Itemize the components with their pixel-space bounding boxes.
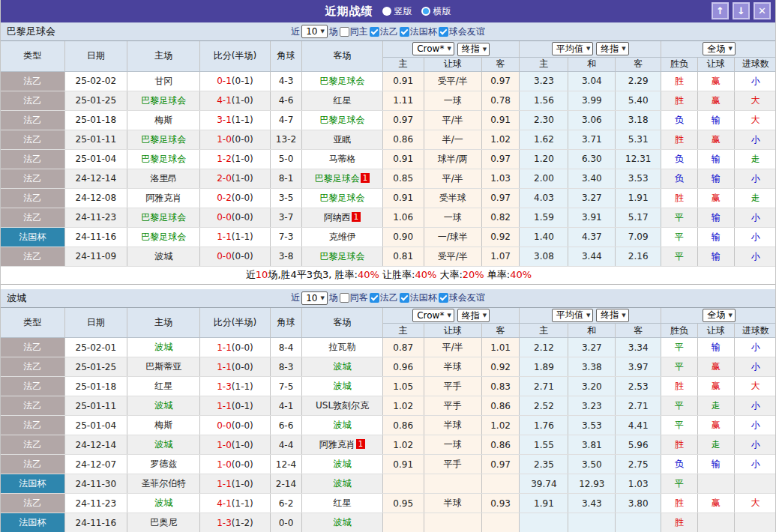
home-team-cell[interactable]: 巴黎足球会 — [127, 227, 199, 247]
away-team-cell[interactable]: 阿雅克肖1 — [302, 435, 383, 455]
close-button[interactable]: ✕ — [754, 2, 771, 19]
odds-stage-select-1[interactable]: 终指▼ — [457, 309, 490, 322]
home-team-cell[interactable]: 甘冈 — [127, 71, 199, 91]
team-link[interactable]: 巴奥尼 — [150, 517, 177, 528]
home-team-cell[interactable]: 波城 — [127, 435, 199, 455]
away-team-cell[interactable]: 红星 — [302, 91, 383, 110]
team-link[interactable]: 巴黎足球会 — [141, 95, 186, 106]
away-team-cell[interactable]: 波城 — [302, 377, 383, 396]
layout-radio-horizontal[interactable]: 横版 — [421, 5, 451, 18]
same-venue-checkbox[interactable]: 同主 — [340, 25, 368, 38]
average-select[interactable]: 平均值▼ — [552, 309, 593, 322]
scroll-up-button[interactable]: ↑ — [712, 2, 729, 19]
team-link[interactable]: 巴黎足球会 — [141, 212, 186, 223]
away-team-cell[interactable]: 巴黎足球会 — [302, 110, 383, 130]
scroll-down-button[interactable]: ↓ — [733, 2, 750, 19]
fullmatch-select[interactable]: 全场▼ — [703, 309, 735, 322]
home-team-cell[interactable]: 阿雅克肖 — [127, 188, 199, 208]
team-link[interactable]: 洛里昂 — [150, 173, 177, 184]
home-team-cell[interactable]: 巴黎足球会 — [127, 149, 199, 169]
team-link[interactable]: 巴黎足球会 — [141, 134, 186, 145]
team-link[interactable]: 波城 — [334, 478, 352, 489]
team-link[interactable]: 梅斯 — [154, 420, 172, 430]
same-venue-checkbox[interactable]: 同客 — [340, 291, 368, 304]
team-link[interactable]: 波城 — [154, 251, 172, 262]
team-link[interactable]: 阿雅克肖 — [145, 193, 181, 203]
team-link[interactable]: 阿雅克肖 — [319, 439, 355, 450]
team-link[interactable]: 巴黎足球会 — [141, 154, 186, 164]
league-filter-checkbox[interactable]: 球会友谊 — [439, 25, 485, 38]
team-link[interactable]: 甘冈 — [154, 76, 172, 86]
odds-stage-select-1[interactable]: 终指▼ — [457, 43, 490, 56]
team-link[interactable]: 波城 — [154, 439, 172, 450]
team-link[interactable]: 波城 — [154, 400, 172, 411]
odds-stage-select-2[interactable]: 终指▼ — [596, 42, 628, 55]
match-count-select[interactable]: 10▼ — [301, 25, 328, 38]
team-link[interactable]: 阿纳西 — [324, 212, 351, 223]
away-team-cell[interactable]: 波城 — [302, 416, 383, 435]
home-team-cell[interactable]: 巴黎足球会 — [127, 130, 199, 149]
league-filter-checkbox[interactable]: 法国杯 — [400, 291, 437, 304]
away-team-cell[interactable]: 波城 — [302, 455, 383, 474]
team-link[interactable]: 红星 — [154, 381, 172, 391]
team-link[interactable]: 巴黎足球会 — [315, 173, 360, 184]
home-team-cell[interactable]: 巴黎足球会 — [127, 208, 199, 227]
away-team-cell[interactable]: 红星 — [302, 494, 383, 513]
bookmaker-select[interactable]: Crow*▼ — [412, 42, 454, 55]
home-team-cell[interactable]: 波城 — [127, 396, 199, 416]
home-team-cell[interactable]: 波城 — [127, 494, 199, 513]
league-filter-checkbox[interactable]: 法乙 — [370, 291, 398, 304]
home-team-cell[interactable]: 罗德兹 — [127, 455, 199, 474]
team-link[interactable]: 波城 — [334, 459, 352, 469]
away-team-cell[interactable]: 巴黎足球会 — [302, 188, 383, 208]
team-link[interactable]: 波城 — [154, 498, 172, 508]
team-link[interactable]: 红星 — [334, 498, 352, 508]
team-link[interactable]: 圣菲尔伯特 — [141, 478, 186, 489]
team-link[interactable]: USL敦刻尔克 — [316, 400, 369, 411]
away-team-cell[interactable]: 马蒂格 — [302, 149, 383, 169]
away-team-cell[interactable]: 亚眠 — [302, 130, 383, 149]
home-team-cell[interactable]: 洛里昂 — [127, 169, 199, 188]
team-link[interactable]: 波城 — [334, 517, 352, 528]
league-filter-checkbox[interactable]: 球会友谊 — [439, 291, 485, 304]
team-link[interactable]: 拉瓦勒 — [329, 342, 356, 352]
team-link[interactable]: 巴斯蒂亚 — [145, 361, 181, 372]
home-team-cell[interactable]: 梅斯 — [127, 416, 199, 435]
home-team-cell[interactable]: 圣菲尔伯特 — [127, 474, 199, 494]
league-filter-checkbox[interactable]: 法乙 — [370, 25, 398, 38]
team-link[interactable]: 巴黎足球会 — [320, 76, 365, 86]
league-filter-checkbox[interactable]: 法国杯 — [400, 25, 437, 38]
away-team-cell[interactable]: 巴黎足球会 — [302, 247, 383, 266]
team-link[interactable]: 巴黎足球会 — [320, 251, 365, 262]
team-link[interactable]: 波城 — [154, 342, 172, 352]
team-link[interactable]: 波城 — [334, 361, 352, 372]
team-link[interactable]: 红星 — [334, 95, 352, 106]
home-team-cell[interactable]: 红星 — [127, 377, 199, 396]
away-team-cell[interactable]: 阿纳西1 — [302, 208, 383, 227]
home-team-cell[interactable]: 梅斯 — [127, 110, 199, 130]
team-link[interactable]: 巴黎足球会 — [320, 115, 365, 125]
away-team-cell[interactable]: 拉瓦勒 — [302, 338, 383, 357]
home-team-cell[interactable]: 巴奥尼 — [127, 513, 199, 532]
team-link[interactable]: 巴黎足球会 — [320, 193, 365, 203]
team-link[interactable]: 亚眠 — [334, 134, 352, 145]
away-team-cell[interactable]: USL敦刻尔克 — [302, 396, 383, 416]
team-link[interactable]: 梅斯 — [154, 115, 172, 125]
away-team-cell[interactable]: 波城 — [302, 357, 383, 377]
away-team-cell[interactable]: 巴黎足球会 — [302, 71, 383, 91]
home-team-cell[interactable]: 巴黎足球会 — [127, 91, 199, 110]
team-link[interactable]: 波城 — [334, 381, 352, 391]
layout-radio-vertical[interactable]: 竖版 — [382, 5, 412, 18]
home-team-cell[interactable]: 波城 — [127, 338, 199, 357]
team-link[interactable]: 克维伊 — [329, 232, 356, 242]
away-team-cell[interactable]: 波城 — [302, 513, 383, 532]
odds-stage-select-2[interactable]: 终指▼ — [596, 309, 628, 322]
away-team-cell[interactable]: 克维伊 — [302, 227, 383, 247]
bookmaker-select[interactable]: Crow*▼ — [412, 309, 454, 322]
home-team-cell[interactable]: 巴斯蒂亚 — [127, 357, 199, 377]
average-select[interactable]: 平均值▼ — [552, 42, 593, 55]
away-team-cell[interactable]: 波城 — [302, 474, 383, 494]
team-link[interactable]: 罗德兹 — [150, 459, 177, 469]
away-team-cell[interactable]: 巴黎足球会1 — [302, 169, 383, 188]
team-link[interactable]: 巴黎足球会 — [141, 232, 186, 242]
